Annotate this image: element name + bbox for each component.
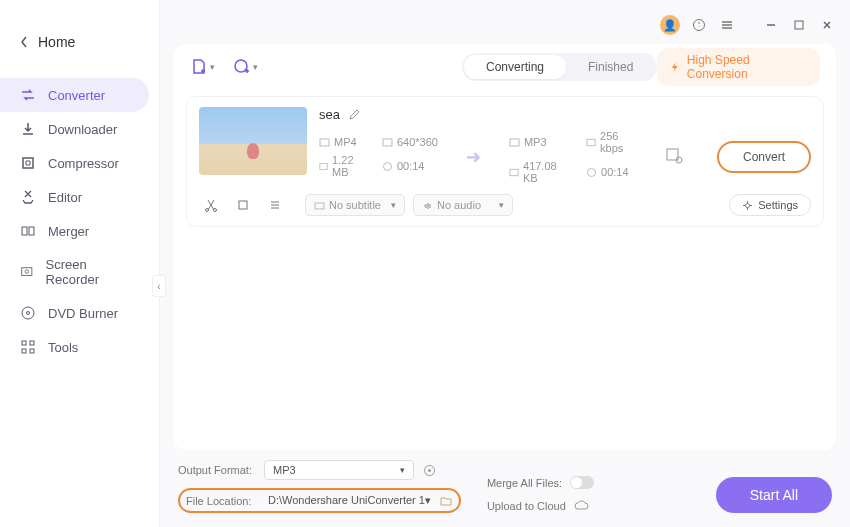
tabs: Converting Finished <box>462 53 657 81</box>
tab-converting[interactable]: Converting <box>464 55 566 79</box>
high-speed-button[interactable]: High Speed Conversion <box>657 48 820 86</box>
home-button[interactable]: Home <box>0 26 159 58</box>
minimize-button[interactable] <box>762 16 780 34</box>
svg-point-30 <box>428 469 431 472</box>
audio-select[interactable]: No audio ▾ <box>413 194 513 216</box>
dvd-icon <box>20 305 36 321</box>
dst-bitrate: 256 kbps <box>600 130 641 154</box>
maximize-button[interactable] <box>790 16 808 34</box>
svg-point-11 <box>694 20 705 31</box>
svg-rect-9 <box>22 349 26 353</box>
subtitle-select[interactable]: No subtitle ▾ <box>305 194 405 216</box>
sidebar-item-downloader[interactable]: Downloader <box>0 112 149 146</box>
file-item: sea MP4 640*360 1.22 MB 00:14 ➜ <box>186 96 824 227</box>
user-avatar[interactable]: 👤 <box>660 15 680 35</box>
thumbnail[interactable] <box>199 107 307 175</box>
output-format-select[interactable]: MP3 ▾ <box>264 460 414 480</box>
disc-plus-icon <box>233 58 251 76</box>
svg-rect-8 <box>30 341 34 345</box>
svg-rect-19 <box>587 139 595 145</box>
support-icon[interactable] <box>690 16 708 34</box>
settings-button[interactable]: Settings <box>729 194 811 216</box>
crop-button[interactable] <box>231 194 255 216</box>
svg-point-13 <box>235 60 247 72</box>
svg-rect-14 <box>320 139 329 146</box>
trim-button[interactable] <box>199 194 223 216</box>
svg-point-17 <box>383 162 391 170</box>
bolt-icon <box>669 61 680 73</box>
sidebar: Home Converter Downloader Compressor Edi… <box>0 0 160 527</box>
sidebar-item-screen-recorder[interactable]: Screen Recorder <box>0 248 149 296</box>
cloud-icon[interactable] <box>574 499 590 513</box>
file-location-label: File Location: <box>186 495 260 507</box>
add-file-button[interactable]: ▾ <box>190 54 215 80</box>
sidebar-item-label: Editor <box>48 190 82 205</box>
src-size: 1.22 MB <box>332 154 366 178</box>
svg-rect-26 <box>239 201 247 209</box>
svg-rect-10 <box>30 349 34 353</box>
src-dim: 640*360 <box>397 136 438 148</box>
editor-icon <box>20 189 36 205</box>
sidebar-item-label: Downloader <box>48 122 117 137</box>
chevron-down-icon: ▾ <box>210 62 215 72</box>
svg-rect-7 <box>22 341 26 345</box>
sidebar-item-merger[interactable]: Merger <box>0 214 149 248</box>
svg-rect-27 <box>315 203 324 209</box>
audio-icon <box>422 200 433 211</box>
home-label: Home <box>38 34 75 50</box>
merger-icon <box>20 223 36 239</box>
arrow-right-icon: ➜ <box>462 146 485 168</box>
svg-rect-15 <box>383 139 392 146</box>
bottom-bar: Output Format: MP3 ▾ File Location: D:\W… <box>174 450 836 519</box>
folder-icon[interactable] <box>439 494 453 508</box>
add-folder-button[interactable]: ▾ <box>233 54 258 80</box>
sidebar-item-label: Compressor <box>48 156 119 171</box>
dst-size: 417.08 KB <box>523 160 570 184</box>
src-duration: 00:14 <box>397 160 425 172</box>
svg-rect-12 <box>795 21 803 29</box>
converter-icon <box>20 87 36 103</box>
sidebar-item-label: Merger <box>48 224 89 239</box>
gear-icon <box>742 200 753 211</box>
file-location-select[interactable]: D:\Wondershare UniConverter 1 ▾ <box>264 492 435 509</box>
compressor-icon <box>20 155 36 171</box>
start-all-button[interactable]: Start All <box>716 477 832 513</box>
format-settings-icon[interactable] <box>422 463 437 478</box>
sidebar-item-compressor[interactable]: Compressor <box>0 146 149 180</box>
chevron-down-icon: ▾ <box>400 465 405 475</box>
edit-icon[interactable] <box>348 108 361 121</box>
screen-recorder-icon <box>20 264 34 280</box>
file-location-value: D:\Wondershare UniConverter 1 <box>268 494 425 507</box>
chevron-down-icon: ▾ <box>253 62 258 72</box>
chevron-down-icon: ▾ <box>425 494 431 507</box>
chevron-down-icon: ▾ <box>499 200 504 210</box>
convert-button[interactable]: Convert <box>717 141 811 173</box>
output-format-label: Output Format: <box>178 464 256 476</box>
svg-rect-1 <box>22 227 27 235</box>
sidebar-item-dvd-burner[interactable]: DVD Burner <box>0 296 149 330</box>
svg-rect-2 <box>29 227 34 235</box>
svg-rect-20 <box>510 169 518 175</box>
merge-label: Merge All Files: <box>487 477 562 489</box>
dst-duration: 00:14 <box>601 166 629 178</box>
download-icon <box>20 121 36 137</box>
close-button[interactable] <box>818 16 836 34</box>
titlebar: 👤 <box>174 12 836 38</box>
more-button[interactable] <box>263 194 287 216</box>
dest-specs: MP3 256 kbps 417.08 KB 00:14 <box>509 130 641 184</box>
sidebar-item-converter[interactable]: Converter <box>0 78 149 112</box>
sidebar-item-editor[interactable]: Editor <box>0 180 149 214</box>
sidebar-item-tools[interactable]: Tools <box>0 330 149 364</box>
settings-label: Settings <box>758 199 798 211</box>
file-title: sea <box>319 107 340 122</box>
merge-toggle[interactable] <box>570 476 594 489</box>
hamburger-icon[interactable] <box>718 16 736 34</box>
high-speed-label: High Speed Conversion <box>687 53 808 81</box>
tools-icon <box>20 339 36 355</box>
tab-finished[interactable]: Finished <box>566 55 655 79</box>
svg-point-4 <box>25 270 28 273</box>
item-settings-icon[interactable] <box>665 146 683 168</box>
dst-format: MP3 <box>524 136 547 148</box>
collapse-sidebar-button[interactable]: ‹ <box>152 275 166 297</box>
upload-cloud-label: Upload to Cloud <box>487 500 566 512</box>
